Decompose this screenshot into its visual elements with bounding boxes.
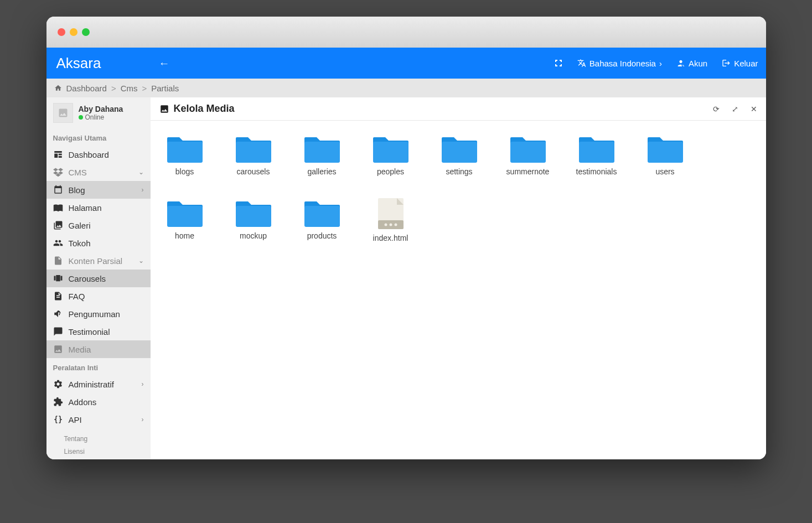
window-minimize-dot[interactable] [70,28,77,36]
folder-item[interactable]: peoples [370,134,412,176]
back-arrow-icon[interactable]: ← [158,57,169,70]
app-window: Aksara ← Bahasa Indonesia › Akun Keluar … [46,17,766,459]
chevron-down-icon: ⌄ [138,168,144,176]
megaphone-icon [53,309,63,319]
book-icon [53,203,63,213]
footer-link-tentang[interactable]: Tentang [64,433,151,446]
item-label: carousels [237,167,270,176]
sidebar-label: Tokoh [69,239,91,248]
chevron-down-icon: ⌄ [138,257,144,265]
sidebar-item-halaman[interactable]: Halaman [46,199,151,216]
sidebar: Aby Dahana Online Navigasi Utama Dashboa… [46,97,151,459]
account-label: Akun [689,59,707,68]
fullscreen-icon [554,59,563,68]
user-status: Online [79,113,123,121]
sidebar-item-cms[interactable]: CMS ⌄ [46,163,151,181]
sidebar-item-faq[interactable]: FAQ [46,287,151,305]
folder-icon [442,134,477,163]
calendar-icon [53,185,63,195]
file-grid: blogscarouselsgalleriespeoplessettingssu… [151,121,766,256]
sidebar-label: Blog [69,185,85,195]
sidebar-label: Halaman [69,203,102,213]
footer-link-lisensi[interactable]: Lisensi [64,446,151,458]
puzzle-icon [53,397,63,407]
folder-item[interactable]: summernote [507,134,549,176]
file-item[interactable]: index.html [370,198,412,242]
logout-button[interactable]: Keluar [722,59,758,68]
page-title: Kelola Media [159,103,235,115]
folder-item[interactable]: blogs [164,134,206,176]
folder-item[interactable]: products [301,198,343,242]
sidebar-label: Carousels [69,274,106,283]
sidebar-item-konten-parsial[interactable]: Konten Parsial ⌄ [46,252,151,270]
breadcrumb-item-0[interactable]: Dashboard [66,84,107,93]
item-label: index.html [373,234,408,242]
folder-icon [236,198,271,227]
user-block[interactable]: Aby Dahana Online [46,97,151,128]
refresh-icon[interactable]: ⟳ [713,105,720,113]
account-menu[interactable]: Akun [676,59,707,68]
breadcrumb-sep: > [111,84,116,93]
sidebar-label: Galeri [69,221,91,230]
sidebar-footer: Tentang Lisensi AKSARA 4.1.164-0.4 [46,428,151,459]
user-name: Aby Dahana [79,105,123,113]
titlebar [46,17,766,48]
status-dot-icon [79,115,83,120]
folder-icon [373,134,408,163]
chevron-right-icon: › [659,59,662,68]
folder-item[interactable]: users [644,134,686,176]
topbar-right: Bahasa Indonesia › Akun Keluar [554,59,758,68]
dashboard-icon [53,149,63,159]
folder-item[interactable]: carousels [232,134,275,176]
document-icon [53,291,63,301]
chevron-right-icon: › [142,186,144,194]
sidebar-item-tokoh[interactable]: Tokoh [46,234,151,252]
folder-item[interactable]: testimonials [576,134,618,176]
sidebar-item-carousels[interactable]: Carousels [46,270,151,287]
sidebar-item-galeri[interactable]: Galeri [46,216,151,234]
fullscreen-toggle[interactable] [554,59,563,68]
folder-item[interactable]: settings [438,134,480,176]
sidebar-item-testimonial[interactable]: Testimonial [46,323,151,340]
language-label: Bahasa Indonesia [589,59,656,68]
breadcrumb-item-2[interactable]: Partials [151,84,179,93]
nav-header-main: Navigasi Utama [46,128,151,146]
item-label: users [655,167,674,176]
carousel-icon [53,273,63,283]
folder-icon [304,134,340,163]
brand[interactable]: Aksara [54,55,104,72]
translate-icon [577,59,586,68]
user-cog-icon [676,59,685,68]
sidebar-label: Dashboard [69,150,109,159]
breadcrumb-item-1[interactable]: Cms [121,84,138,93]
sidebar-label: Konten Parsial [69,256,123,266]
people-icon [53,238,63,248]
images-icon [53,220,63,230]
folder-item[interactable]: home [164,198,206,242]
expand-icon[interactable]: ⤢ [732,105,738,113]
sidebar-item-blog[interactable]: Blog › [46,181,151,199]
dropbox-icon [53,167,63,177]
item-label: peoples [377,167,404,176]
home-icon [54,84,62,92]
main-panel: Kelola Media ⟳ ⤢ ✕ blogscarouselsgalleri… [151,97,766,459]
sidebar-item-api[interactable]: API › [46,411,151,428]
window-close-dot[interactable] [58,28,65,36]
sidebar-item-administratif[interactable]: Administratif › [46,375,151,393]
language-switcher[interactable]: Bahasa Indonesia › [577,59,662,68]
close-icon[interactable]: ✕ [751,105,757,113]
sidebar-item-dashboard[interactable]: Dashboard [46,146,151,163]
footer-version: AKSARA 4.1.164-0.4 [64,458,151,459]
sidebar-label: Administratif [69,380,115,389]
folder-item[interactable]: galleries [301,134,343,176]
sidebar-item-addons[interactable]: Addons [46,393,151,411]
breadcrumb: Dashboard > Cms > Partials [46,79,766,97]
item-label: blogs [175,167,194,176]
sidebar-item-pengumuman[interactable]: Pengumuman [46,305,151,323]
sidebar-label: Media [69,345,91,354]
item-label: home [175,231,194,240]
body: Aby Dahana Online Navigasi Utama Dashboa… [46,97,766,459]
sidebar-item-media[interactable]: Media [46,340,151,358]
window-maximize-dot[interactable] [82,28,90,36]
folder-item[interactable]: mockup [232,198,275,242]
